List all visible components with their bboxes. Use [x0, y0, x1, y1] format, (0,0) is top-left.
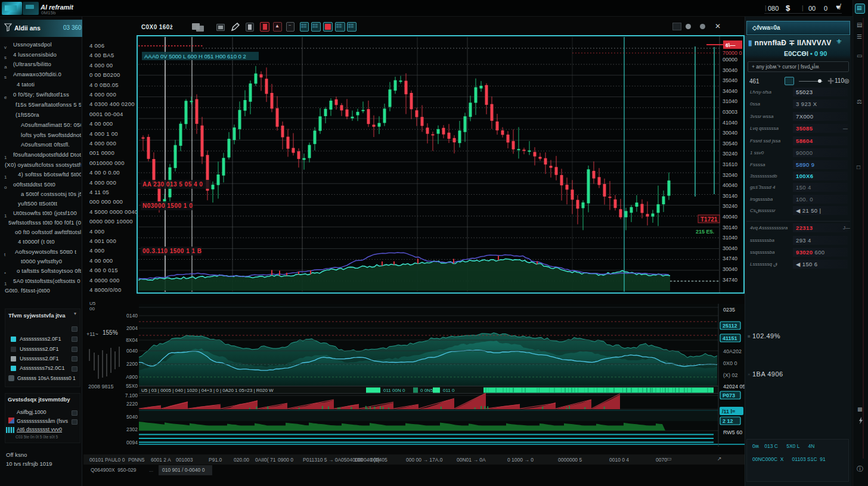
- svg-text:011 0: 011 0: [443, 388, 455, 393]
- svg-text:30040: 30040: [723, 245, 737, 251]
- svg-text:42024 05: 42024 05: [723, 384, 745, 390]
- svg-text:30240: 30240: [723, 151, 737, 157]
- svg-text:41040: 41040: [723, 120, 737, 126]
- svg-text:40040: 40040: [723, 214, 737, 220]
- svg-text:RW5 60: RW5 60: [723, 429, 742, 435]
- svg-text:00000: 00000: [723, 57, 737, 63]
- svg-text:40A202: 40A202: [723, 348, 742, 354]
- svg-text:00.3.110 1500 1 1 B: 00.3.110 1500 1 1 B: [142, 248, 202, 254]
- svg-text:011 00N 0: 011 00N 0: [383, 388, 405, 393]
- svg-text:41151: 41151: [723, 335, 737, 341]
- svg-text:0 0N5: 0 0N5: [420, 388, 433, 393]
- svg-text:30240: 30240: [723, 203, 737, 209]
- svg-text:30040: 30040: [723, 67, 737, 73]
- svg-text:31610: 31610: [723, 161, 737, 167]
- svg-text:30140: 30140: [723, 193, 737, 199]
- svg-text:35040: 35040: [723, 77, 737, 83]
- svg-text:AAA0 0V 5000 L 600 H 051 H00 6: AAA0 0V 5000 L 600 H 051 H00 610 0 2: [144, 53, 246, 60]
- svg-text:32040: 32040: [723, 172, 737, 178]
- svg-text:0235: 0235: [723, 307, 735, 313]
- svg-text:215 E5.: 215 E5.: [696, 229, 714, 235]
- svg-text:25112: 25112: [723, 323, 737, 329]
- svg-text:N03000 1500 1 0: N03000 1500 1 0: [142, 202, 193, 209]
- svg-text:6\—: 6\—: [726, 42, 736, 48]
- svg-text:30040: 30040: [723, 266, 737, 272]
- svg-text:30140: 30140: [723, 225, 737, 230]
- svg-text:2 12: 2 12: [723, 418, 733, 424]
- svg-text:U5 | 03 | 0005 | 040 | 1020 |: U5 | 03 | 0005 | 040 | 1020 | 04+3 | 0 |…: [141, 388, 274, 393]
- svg-text:34740: 34740: [723, 256, 737, 261]
- svg-text:34040: 34040: [723, 88, 737, 94]
- svg-text:40040: 40040: [723, 182, 737, 188]
- svg-text:T1721: T1721: [700, 216, 718, 223]
- svg-text:03003: 03003: [723, 109, 737, 115]
- svg-text:30040: 30040: [723, 130, 737, 136]
- svg-text:(X) 02: (X) 02: [723, 372, 738, 378]
- svg-text:0X0 0: 0X0 0: [723, 360, 737, 366]
- svg-text:70000 0: 70000 0: [723, 50, 742, 56]
- svg-text:30540: 30540: [723, 141, 737, 147]
- svg-text:31040: 31040: [723, 98, 737, 104]
- svg-text:AA 230 013 5 05 4 0: AA 230 013 5 05 4 0: [142, 181, 203, 188]
- svg-text:31040: 31040: [723, 235, 737, 241]
- svg-text:P073: P073: [723, 392, 735, 398]
- svg-text:34740: 34740: [723, 277, 737, 283]
- svg-text:/11 l=: /11 l=: [722, 409, 735, 415]
